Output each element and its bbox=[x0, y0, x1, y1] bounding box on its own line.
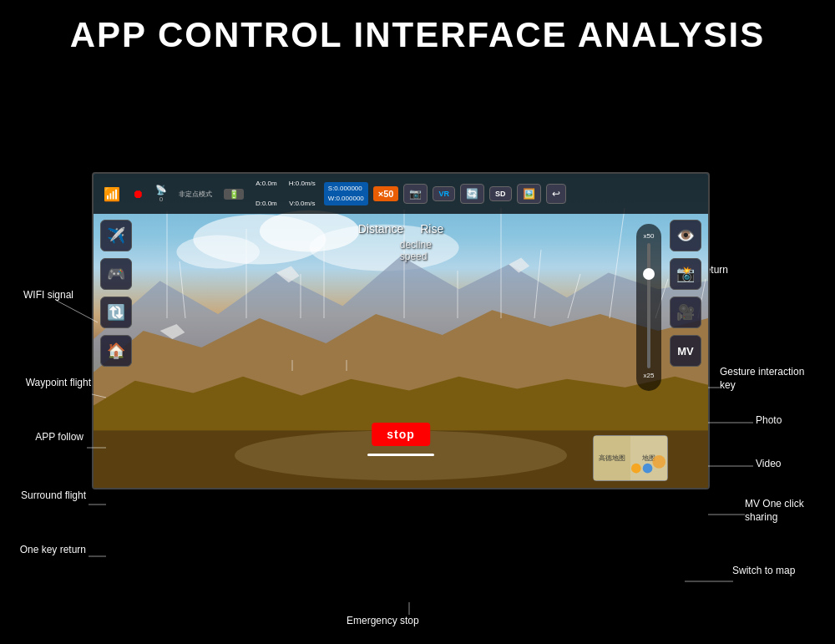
return-btn[interactable]: ↩ bbox=[546, 184, 566, 204]
zoom-indicator[interactable]: ×50 bbox=[373, 186, 399, 201]
altitude-distance: A:0.0m D:0.0m bbox=[252, 177, 281, 210]
drone-ui-panel: 📶 ⏺ 📡 0 非定点模式 🔋 A:0.0m D:0.0m bbox=[92, 172, 710, 489]
gesture-btn[interactable]: 👁️ bbox=[670, 220, 701, 251]
photo-btn[interactable]: 📸 bbox=[670, 258, 701, 290]
switch-to-map-label: Switch to map bbox=[732, 565, 832, 578]
app-follow-btn[interactable]: 🎮 bbox=[100, 258, 132, 290]
speed-label: speed bbox=[400, 251, 428, 262]
map-mini-view[interactable]: 高德地图 地图 bbox=[593, 435, 668, 481]
photo-label: Photo bbox=[756, 414, 782, 428]
vr-mode-btn[interactable]: VR bbox=[433, 186, 455, 201]
stop-progress-line bbox=[367, 454, 434, 456]
distance-value: Distance bbox=[358, 222, 403, 236]
flight-mode: 非定点模式 bbox=[175, 188, 215, 200]
sd-quality-btn[interactable]: SD bbox=[489, 186, 512, 201]
center-hud: Distance Rise decline speed bbox=[358, 222, 443, 262]
one-key-return-label: One key return bbox=[7, 544, 86, 557]
mv-sharing-label: MV One click sharing bbox=[745, 498, 835, 524]
gps-satellites: 📡 0 bbox=[152, 183, 170, 205]
zoom-slider[interactable]: x50 x25 bbox=[636, 224, 661, 391]
camera-switch-btn[interactable]: 📷 bbox=[403, 184, 428, 204]
waypoint-flight-label: Waypoint flight bbox=[12, 377, 91, 390]
wifi-signal-label: WIFI signal bbox=[23, 289, 73, 302]
surround-flight-label: Surround flight bbox=[7, 489, 86, 503]
annotation-area: WIFI signal Optical flow / GPS mode Numb… bbox=[0, 63, 835, 631]
surround-flight-btn[interactable]: 🔃 bbox=[100, 297, 132, 328]
album-btn[interactable]: 🖼️ bbox=[517, 184, 541, 204]
drone-topbar: 📶 ⏺ 📡 0 非定点模式 🔋 A:0.0m D:0.0m bbox=[94, 174, 708, 214]
video-label: Video bbox=[756, 458, 781, 471]
left-control-buttons: ✈️ 🎮 🔃 🏠 bbox=[100, 220, 132, 367]
waypoint-flight-btn[interactable]: ✈️ bbox=[100, 220, 132, 251]
video-btn[interactable]: 🎥 bbox=[670, 297, 701, 328]
zoom-track[interactable] bbox=[647, 243, 650, 368]
right-control-buttons: 👁️ 📸 🎥 MV bbox=[670, 220, 701, 367]
svg-point-3 bbox=[176, 236, 259, 269]
coordinates-display: S:0.000000 W:0.000000 bbox=[324, 182, 368, 205]
body-power-indicator: 🔋 bbox=[220, 187, 247, 201]
mv-btn[interactable]: MV bbox=[670, 335, 701, 367]
stop-button[interactable]: stop bbox=[372, 423, 430, 446]
page-title: APP CONTROL INTERFACE ANALYSIS bbox=[0, 0, 835, 63]
record-indicator: ⏺ bbox=[129, 185, 147, 202]
lens-rotation-btn[interactable]: 🔄 bbox=[460, 184, 484, 204]
decline-label: decline bbox=[400, 239, 432, 251]
emergency-stop-label: Emergency stop bbox=[347, 615, 419, 628]
speed-display: H:0.0m/s V:0.0m/s bbox=[286, 177, 319, 210]
svg-point-17 bbox=[643, 464, 653, 474]
one-key-return-btn[interactable]: 🏠 bbox=[100, 335, 132, 367]
zoom-max-label: x50 bbox=[644, 232, 655, 240]
svg-point-16 bbox=[631, 464, 641, 474]
svg-text:高德地图: 高德地图 bbox=[599, 454, 625, 462]
wifi-status: 📶 bbox=[100, 185, 124, 204]
zoom-mid-label: x25 bbox=[644, 372, 655, 379]
gesture-interaction-label: Gesture interaction key bbox=[720, 366, 820, 392]
zoom-thumb[interactable] bbox=[643, 268, 655, 280]
svg-point-18 bbox=[652, 455, 665, 469]
rise-speed-value: Rise bbox=[420, 222, 443, 236]
app-follow-label: APP follow bbox=[17, 431, 84, 444]
